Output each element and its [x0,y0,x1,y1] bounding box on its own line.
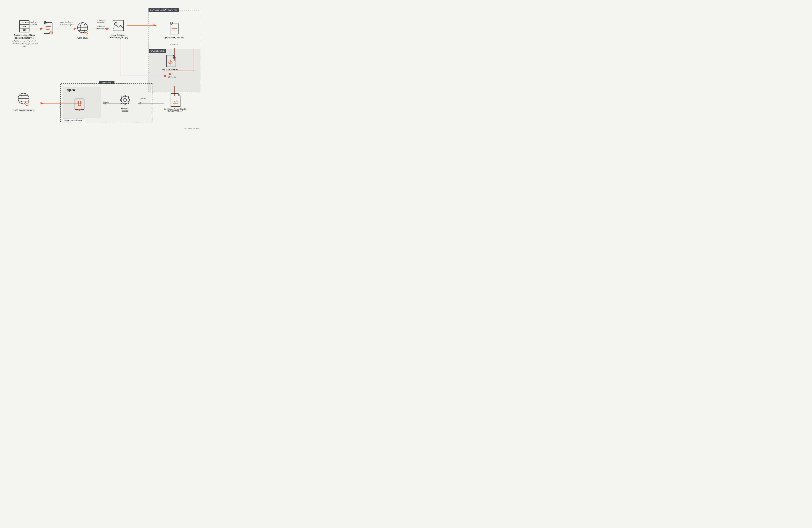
process-injector-label: Process injector [121,108,129,112]
svg-rect-51 [75,99,84,110]
svg-rect-63 [129,99,130,101]
njrat-icon [73,98,86,113]
globe-c2-icon [16,91,32,109]
globe1-icon [76,21,89,36]
globe1-node: Gpla.gov.ly [76,21,89,39]
programdata-box: C:\ProgramData\WindowsHost\ gJhkEJvwBCHe… [148,11,200,92]
svg-point-40 [169,61,172,64]
users-public-header: C:\Users\Public\ [149,49,166,53]
svg-rect-32 [113,20,124,31]
cabinet-label: Audio recording of Libya and the Emirate… [11,34,38,47]
svg-text:</>: </> [174,100,178,103]
svg-rect-52 [78,106,81,110]
globe1-label: Gpla.gov.ly [77,37,88,39]
injects-label: Injects [103,101,108,103]
globe-c2-node: 2525.libya2020.com.ly [13,91,34,112]
embedded-label: Embedded NjRAT/Injector KxFXQGVBtb.ps1 [164,108,187,112]
arrow-label-downloads: Downloads and executes Stage 2 [58,21,75,26]
diagram: Audio recording of Libya and the Emirate… [0,0,203,132]
svg-rect-18 [23,30,26,30]
gjhk-label: gJhkEJvwBCHe.vbs [164,37,184,39]
globe-c2-label: 2525.libya2020.com.ly [13,109,34,112]
scroll1-node [43,21,54,35]
gjhk-node: gJhkEJvwBCHe.vbs [159,22,190,39]
arrow-label-drops: Drops and executes [93,19,109,24]
svg-point-41 [170,61,171,63]
programdata-header: C:\ProgramData\WindowsHost\ [148,9,179,12]
njrat-title: NjRAT [67,88,77,92]
process-injector-node: Process injector [119,95,131,112]
in-memory-box: In memory NjRAT aspnet_compiler.exe [60,83,153,123]
svg-rect-43 [170,63,171,65]
svg-rect-65 [128,96,129,98]
svg-rect-44 [168,62,169,62]
svg-rect-45 [172,62,173,62]
image-dropper-node: Stage 2 dropper DFvKKnFBvl_HEX.jpg [108,19,128,39]
image-dropper-label: Stage 2 dropper DFvKKnFBvl_HEX.jpg [108,34,128,39]
aspnet-label: aspnet_compiler.exe [63,118,84,122]
svg-point-59 [124,98,127,102]
svg-marker-39 [173,55,175,57]
users-public-area: C:\Users\Public\ [149,49,201,92]
loads-label: Loads [141,98,146,100]
footer: ©2023 TREND MICRO [181,128,199,130]
executes1-label: Executes [170,43,178,45]
executes2-label: Executes [168,76,176,78]
in-memory-label: In memory [99,81,114,84]
svg-rect-61 [125,103,126,105]
ryff-node: rYFFCeKHIIT.bat [162,55,178,71]
arrow-label-contains: Contains first stage downloader [25,21,42,26]
arrow-label-persistence: Achieves persistence [93,25,109,30]
svg-rect-64 [121,96,122,98]
svg-rect-57 [80,101,82,104]
svg-rect-17 [23,26,26,27]
svg-rect-60 [125,95,126,97]
ryff-label: rYFFCeKHIIT.bat [162,68,178,71]
embedded-node: </> Embedded NjRAT/Injector KxFXQGVBtb.p… [164,93,187,112]
svg-rect-56 [77,101,79,104]
svg-marker-48 [178,94,180,96]
svg-point-33 [114,23,117,25]
svg-rect-62 [120,99,121,101]
svg-marker-38 [166,55,175,67]
